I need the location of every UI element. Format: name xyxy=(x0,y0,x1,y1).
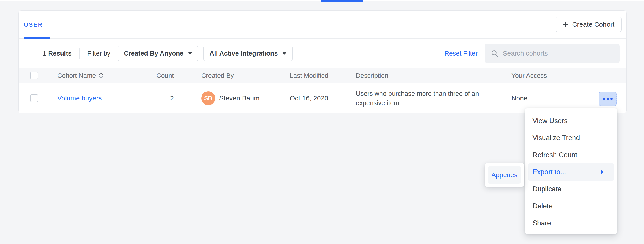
more-dot-icon xyxy=(610,98,613,100)
header-created-by[interactable]: Created By xyxy=(201,68,234,83)
menu-item-visualize-trend[interactable]: Visualize Trend xyxy=(525,129,617,146)
plus-icon: + xyxy=(563,18,568,31)
more-dot-icon xyxy=(603,98,605,100)
menu-item-export-to-label: Export to... xyxy=(532,168,566,176)
header-count-label: Count xyxy=(156,72,174,79)
menu-item-refresh-count[interactable]: Refresh Count xyxy=(525,146,617,163)
menu-item-export-to[interactable]: Export to... xyxy=(528,163,614,180)
filter-by-label: Filter by xyxy=(87,50,110,57)
menu-item-duplicate[interactable]: Duplicate xyxy=(525,180,617,197)
header-your-access-label: Your Access xyxy=(512,72,547,79)
header-cohort-name[interactable]: Cohort Name xyxy=(57,68,104,83)
tab-user[interactable]: USER xyxy=(24,11,43,39)
cohort-name-link[interactable]: Volume buyers xyxy=(57,94,102,102)
header-count[interactable]: Count xyxy=(129,68,174,83)
cohorts-panel: USER + Create Cohort 1 Results Filter by… xyxy=(18,10,626,113)
your-access-value: None xyxy=(512,94,528,102)
search-icon xyxy=(490,49,499,57)
header-description: Description xyxy=(356,68,388,83)
count-cell: 2 xyxy=(129,83,174,113)
header-last-modified[interactable]: Last Modified xyxy=(290,68,328,83)
last-modified-value: Oct 16, 2020 xyxy=(290,94,328,102)
select-all-checkbox[interactable] xyxy=(30,72,38,79)
avatar: SB xyxy=(201,91,215,105)
menu-item-delete[interactable]: Delete xyxy=(525,197,617,215)
your-access-cell: None xyxy=(512,83,528,113)
integrations-dropdown[interactable]: All Active Integrations xyxy=(203,46,293,61)
submenu-arrow-icon xyxy=(600,169,604,174)
select-all-cell xyxy=(30,68,38,83)
search-box[interactable] xyxy=(485,44,620,63)
vertical-divider xyxy=(79,48,80,59)
table-header-row: Cohort Name Count Created By Last Modifi… xyxy=(18,68,626,83)
create-cohort-button[interactable]: + Create Cohort xyxy=(556,17,622,32)
tab-user-label: USER xyxy=(24,21,43,28)
filter-toolbar: 1 Results Filter by Created By Anyone Al… xyxy=(18,39,626,68)
filter-right-group: Reset Filter xyxy=(444,39,620,68)
create-cohort-label: Create Cohort xyxy=(572,21,614,28)
created-by-value: Steven Baum xyxy=(219,94,260,102)
chevron-down-icon xyxy=(282,52,286,55)
count-value: 2 xyxy=(170,94,174,102)
cohort-name-cell: Volume buyers xyxy=(57,83,102,113)
filter-left-group: 1 Results Filter by Created By Anyone Al… xyxy=(43,39,293,68)
panel-tabs-header: USER + Create Cohort xyxy=(18,11,626,39)
results-count: 1 Results xyxy=(43,50,72,57)
created-by-cell: SB Steven Baum xyxy=(201,83,260,113)
created-by-dropdown[interactable]: Created By Anyone xyxy=(118,46,198,61)
submenu-item-appcues[interactable]: Appcues xyxy=(488,166,521,184)
integrations-dropdown-label: All Active Integrations xyxy=(210,50,278,57)
sort-icon xyxy=(98,72,104,79)
row-select-cell xyxy=(30,83,38,113)
last-modified-cell: Oct 16, 2020 xyxy=(290,83,328,113)
description-value: Users who purchase more than three of an… xyxy=(356,89,486,108)
menu-item-share[interactable]: Share xyxy=(525,215,617,232)
header-description-label: Description xyxy=(356,72,388,79)
header-created-by-label: Created By xyxy=(201,72,234,79)
chevron-down-icon xyxy=(188,52,192,55)
created-by-dropdown-label: Created By Anyone xyxy=(124,50,184,57)
description-cell: Users who purchase more than three of an… xyxy=(356,83,486,113)
export-submenu: Appcues xyxy=(485,163,524,187)
header-cohort-name-label: Cohort Name xyxy=(57,72,96,79)
row-checkbox[interactable] xyxy=(30,94,38,102)
header-your-access: Your Access xyxy=(512,68,547,83)
row-actions-menu: View Users Visualize Trend Refresh Count… xyxy=(525,108,617,234)
active-tab-indicator xyxy=(321,0,363,2)
more-dot-icon xyxy=(606,98,609,100)
search-input[interactable] xyxy=(503,50,615,57)
more-actions-button[interactable] xyxy=(599,92,617,106)
header-last-modified-label: Last Modified xyxy=(290,72,328,79)
menu-item-view-users[interactable]: View Users xyxy=(525,112,617,129)
reset-filter-link[interactable]: Reset Filter xyxy=(444,50,478,57)
